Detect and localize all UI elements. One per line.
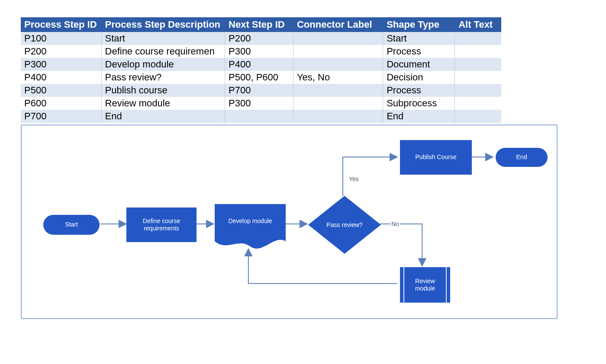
col-header-shape: Shape Type: [383, 17, 455, 32]
shape-develop-document: Develop module: [215, 204, 286, 250]
cell-conn: [293, 32, 383, 45]
cell-desc: Review module: [101, 97, 225, 110]
process-table: Process Step ID Process Step Description…: [21, 17, 501, 123]
cell-id: P600: [21, 97, 101, 110]
cell-next: [225, 110, 293, 123]
table-row: P200 Define course requiremen P300 Proce…: [21, 45, 501, 58]
connector-label-no: No: [390, 220, 400, 227]
col-header-alt: Alt Text: [455, 17, 501, 32]
shape-label: End: [516, 153, 527, 161]
cell-shape: End: [383, 110, 455, 123]
cell-next: P300: [225, 97, 293, 110]
shape-label: Review module: [415, 278, 435, 293]
cell-desc: End: [101, 110, 225, 123]
cell-desc: Develop module: [101, 58, 225, 71]
shape-decision-diamond: Pass review?: [308, 196, 381, 254]
shape-label: Publish Course: [416, 153, 457, 161]
cell-id: P700: [21, 110, 101, 123]
table-body: P100 Start P200 Start P200 Define course…: [21, 32, 501, 123]
cell-alt: [455, 71, 501, 84]
cell-id: P500: [21, 84, 101, 97]
cell-conn: [293, 84, 383, 97]
cell-id: P200: [21, 45, 101, 58]
table-row: P300 Develop module P400 Document: [21, 58, 501, 71]
cell-id: P300: [21, 58, 101, 71]
shape-end-terminator: End: [496, 148, 548, 167]
col-header-desc: Process Step Description: [101, 17, 225, 32]
table-row: P500 Publish course P700 Process: [21, 84, 501, 97]
shape-define-process: Define course requirements: [126, 208, 197, 242]
cell-alt: [455, 97, 501, 110]
cell-desc: Pass review?: [101, 71, 225, 84]
cell-shape: Process: [383, 45, 455, 58]
shape-label: Start: [65, 221, 78, 229]
cell-next: P400: [225, 58, 293, 71]
cell-alt: [455, 45, 501, 58]
cell-conn: [293, 58, 383, 71]
cell-conn: Yes, No: [293, 71, 383, 84]
connector-label-yes: Yes: [349, 176, 359, 182]
col-header-id: Process Step ID: [21, 17, 101, 32]
cell-alt: [455, 32, 501, 45]
cell-id: P400: [21, 71, 101, 84]
cell-shape: Process: [383, 84, 455, 97]
cell-desc: Publish course: [101, 84, 225, 97]
cell-alt: [455, 110, 501, 123]
cell-alt: [455, 58, 501, 71]
flowchart-canvas: Start Define course requirements Develop…: [21, 125, 558, 319]
cell-shape: Document: [383, 58, 455, 71]
cell-next: P300: [225, 45, 293, 58]
cell-shape: Subprocess: [383, 97, 455, 110]
cell-alt: [455, 84, 501, 97]
table-row: P400 Pass review? P500, P600 Yes, No Dec…: [21, 71, 501, 84]
table-row: P600 Review module P300 Subprocess: [21, 97, 501, 110]
col-header-conn: Connector Label: [293, 17, 383, 32]
connector-layer: [22, 125, 557, 318]
shape-start-terminator: Start: [43, 215, 100, 235]
shape-label: Pass review?: [308, 196, 381, 254]
table-row: P700 End End: [21, 110, 501, 123]
shape-review-subprocess: Review module: [400, 267, 450, 303]
cell-shape: Decision: [383, 71, 455, 84]
cell-next: P500, P600: [225, 71, 293, 84]
cell-id: P100: [21, 32, 101, 45]
cell-conn: [293, 97, 383, 110]
col-header-next: Next Step ID: [225, 17, 293, 32]
table-row: P100 Start P200 Start: [21, 32, 501, 45]
table-header-row: Process Step ID Process Step Description…: [21, 17, 501, 32]
shape-label: Define course requirements: [143, 217, 180, 233]
shape-publish-process: Publish Course: [400, 140, 472, 175]
cell-next: P700: [225, 84, 293, 97]
shape-label: Develop module: [215, 204, 286, 238]
cell-conn: [293, 45, 383, 58]
cell-shape: Start: [383, 32, 455, 45]
cell-conn: [293, 110, 383, 123]
cell-desc: Define course requiremen: [101, 45, 225, 58]
cell-desc: Start: [101, 32, 225, 45]
cell-next: P200: [225, 32, 293, 45]
